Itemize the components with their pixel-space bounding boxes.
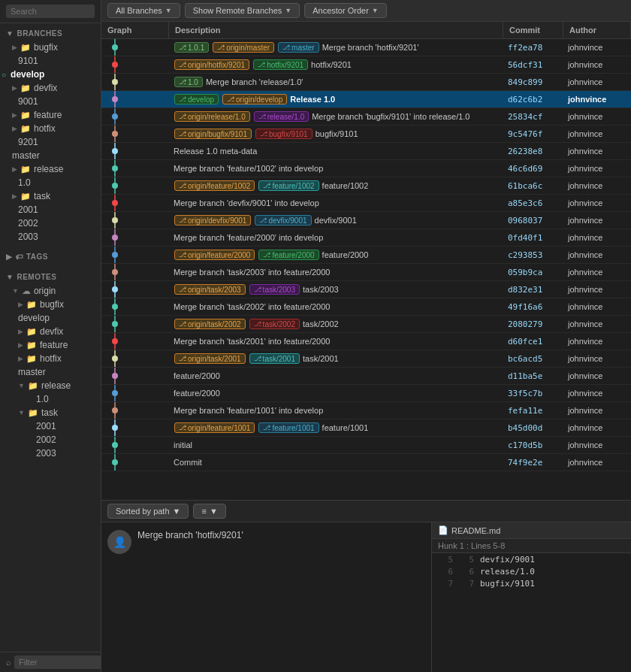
sidebar-item-task-2002[interactable]: 2002 <box>0 216 101 230</box>
origin-task-2002-label: 2002 <box>36 434 56 445</box>
commit-hash: 46c6d69 <box>503 162 563 175</box>
table-row[interactable]: ⎇origin/feature/1002⎇feature/1002feature… <box>101 177 631 195</box>
table-row[interactable]: Merge branch 'devfix/9001' into developa… <box>101 195 631 212</box>
commit-description: bugfix/9101 <box>316 129 358 138</box>
sidebar-item-task[interactable]: ▶ 📁 task <box>0 189 101 203</box>
hotfix-folder-icon: 📁 <box>20 124 31 134</box>
table-row[interactable]: ⎇origin/devfix/9001⎇devfix/9001devfix/90… <box>101 212 631 229</box>
graph-svg <box>101 229 169 246</box>
sidebar-item-master[interactable]: master <box>0 149 101 162</box>
table-row[interactable]: ⎇origin/feature/2000⎇feature/2000feature… <box>101 247 631 264</box>
branch-tag: ⎇origin/task/2001 <box>174 353 246 364</box>
table-row[interactable]: ⎇origin/hotfix/9201⎇hotfix/9201hotfix/92… <box>101 56 631 74</box>
graph-cell <box>101 454 169 471</box>
table-row[interactable]: ⎇origin/task/2002⎇task/2002task/20022080… <box>101 316 631 333</box>
remotes-section-title[interactable]: ▼ REMOTES <box>0 270 101 284</box>
table-row[interactable]: ⎇origin/bugfix/9101⎇bugfix/9101bugfix/91… <box>101 126 631 143</box>
sidebar-item-feature[interactable]: ▶ 📁 feature <box>0 108 101 122</box>
table-row[interactable]: ⎇origin/task/2001⎇task/2001task/2001bc6a… <box>101 350 631 368</box>
diff-line-num-old: 5 <box>438 555 453 565</box>
sidebar-item-hotfix-9201[interactable]: 9201 <box>0 135 101 149</box>
branch-tag: ⎇origin/develop <box>222 94 287 104</box>
sidebar-item-task-2003[interactable]: 2003 <box>0 230 101 244</box>
graph-svg <box>101 56 169 73</box>
sidebar-item-origin-release[interactable]: ▼ 📁 release <box>0 379 101 392</box>
ancestor-order-button[interactable]: Ancestor Order ▼ <box>304 3 387 18</box>
sidebar-item-origin-task-2001[interactable]: 2001 <box>0 419 101 433</box>
right-panel-header: 📄 README.md <box>432 522 631 539</box>
graph-header-desc: Description <box>169 22 503 38</box>
graph-svg <box>101 91 169 107</box>
table-row[interactable]: Release 1.0 meta-data26238e8johnvince <box>101 143 631 160</box>
sidebar-item-release[interactable]: ▶ 📁 release <box>0 162 101 176</box>
sidebar-item-origin-hotfix[interactable]: ▶ 📁 hotfix <box>0 352 101 365</box>
commit-description: Merge branch 'feature/1002' into develop <box>174 164 323 173</box>
branch-tag: ⎇task/2001 <box>249 353 300 364</box>
graph-cell <box>101 316 169 332</box>
table-row[interactable]: Merge branch 'task/2003' into feature/20… <box>101 264 631 281</box>
origin-bugfix-expand: ▶ <box>18 301 23 308</box>
table-row[interactable]: Merge branch 'task/2002' into feature/20… <box>101 298 631 316</box>
sidebar-item-task-2001[interactable]: 2001 <box>0 203 101 216</box>
branch-tag: ⎇develop <box>174 94 219 104</box>
table-row[interactable]: feature/200033f5c7bjohnvince <box>101 385 631 402</box>
table-row[interactable]: Merge branch 'task/2001' into feature/20… <box>101 333 631 350</box>
branch-tag: ⎇feature/2000 <box>258 250 319 260</box>
graph-area[interactable]: Graph Description Commit Author ⎇1.0.1⎇o… <box>101 22 631 500</box>
table-row[interactable]: Commit74f9e2ejohnvince <box>101 454 631 471</box>
table-row[interactable]: ⎇origin/release/1.0⎇release/1.0Merge bra… <box>101 108 631 126</box>
sidebar-item-release-1.0[interactable]: 1.0 <box>0 176 101 189</box>
graph-header-graph: Graph <box>101 22 169 38</box>
commit-hash: 2080279 <box>503 318 563 331</box>
filter-icon: ⌕ <box>6 658 11 667</box>
desc-cell: ⎇origin/task/2001⎇task/2001task/2001 <box>169 352 503 365</box>
sidebar-item-bugfix-9101[interactable]: 9101 <box>0 54 101 68</box>
sidebar-item-origin-task-2003[interactable]: 2003 <box>0 446 101 460</box>
sidebar-item-origin-devfix[interactable]: ▶ 📁 devfix <box>0 325 101 338</box>
commit-hash: a85e3c6 <box>503 197 563 210</box>
task-folder-icon: 📁 <box>20 192 31 201</box>
commit-hash: 0fd40f1 <box>503 232 563 244</box>
sidebar-item-origin-task-2002[interactable]: 2002 <box>0 433 101 446</box>
all-branches-button[interactable]: All Branches ▼ <box>107 3 180 18</box>
sidebar-item-devfix-9001[interactable]: 9001 <box>0 95 101 108</box>
sidebar-item-devfix[interactable]: ▶ 📁 devfix <box>0 81 101 95</box>
tags-section-title[interactable]: ▶ 🏷 TAGS <box>0 250 101 264</box>
desc-cell: ⎇origin/release/1.0⎇release/1.0Merge bra… <box>169 110 503 123</box>
branches-section-title[interactable]: ▼ BRANCHES <box>0 26 101 41</box>
left-panel-content: 👤 Merge branch 'hotfix/9201' <box>101 522 431 672</box>
sidebar-item-origin[interactable]: ▼ ☁ origin <box>0 284 101 298</box>
sidebar-item-hotfix[interactable]: ▶ 📁 hotfix <box>0 122 101 135</box>
sidebar-item-origin-task[interactable]: ▼ 📁 task <box>0 406 101 419</box>
sidebar-item-bugfix[interactable]: ▶ 📁 bugfix <box>0 41 101 54</box>
table-row[interactable]: Merge branch 'feature/2000' into develop… <box>101 229 631 247</box>
table-row[interactable]: Merge branch 'feature/1001' into develop… <box>101 402 631 419</box>
search-input[interactable] <box>6 5 95 18</box>
table-row[interactable]: ⎇origin/task/2003⎇task/2003task/2003d832… <box>101 281 631 298</box>
tags-section: ▶ 🏷 TAGS <box>0 247 101 267</box>
graph-svg <box>101 368 169 384</box>
table-row[interactable]: ⎇1.0Merge branch 'release/1.0'849c899joh… <box>101 74 631 91</box>
table-row[interactable]: initialc170d5bjohnvince <box>101 437 631 454</box>
commit-hash: fefa11e <box>503 404 563 417</box>
table-row[interactable]: ⎇origin/feature/1001⎇feature/1001feature… <box>101 419 631 437</box>
show-remote-button[interactable]: Show Remote Branches ▼ <box>185 3 300 18</box>
menu-icon: ≡ <box>201 507 206 516</box>
sidebar-item-origin-develop[interactable]: develop <box>0 311 101 325</box>
author-name: johnvince <box>563 162 631 174</box>
sidebar-item-origin-master[interactable]: master <box>0 365 101 379</box>
sidebar-item-origin-release-1.0[interactable]: 1.0 <box>0 392 101 406</box>
sidebar-item-origin-bugfix[interactable]: ▶ 📁 bugfix <box>0 298 101 311</box>
table-row[interactable]: feature/2000d11ba5ejohnvince <box>101 368 631 385</box>
sorted-by-path-button[interactable]: Sorted by path ▼ <box>107 504 189 519</box>
table-row[interactable]: ⎇1.0.1⎇origin/master⎇masterMerge branch … <box>101 39 631 56</box>
menu-button[interactable]: ≡ ▼ <box>193 504 225 519</box>
sidebar-item-develop[interactable]: develop <box>0 68 101 81</box>
diff-line: 77bugfix/9101 <box>432 577 631 589</box>
filter-input[interactable] <box>14 655 101 669</box>
table-row[interactable]: ⎇develop⎇origin/developRelease 1.0d62c6b… <box>101 91 631 108</box>
sidebar-item-origin-feature[interactable]: ▶ 📁 feature <box>0 338 101 352</box>
rows-container: ⎇1.0.1⎇origin/master⎇masterMerge branch … <box>101 39 631 471</box>
table-row[interactable]: Merge branch 'feature/1002' into develop… <box>101 160 631 177</box>
graph-svg <box>101 350 169 367</box>
